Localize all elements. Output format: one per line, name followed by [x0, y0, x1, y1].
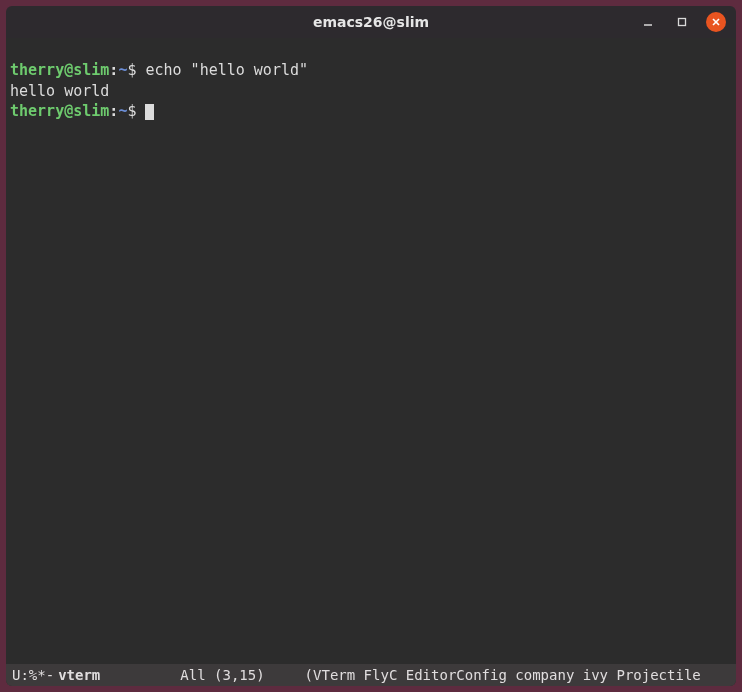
prompt-user-host: therry@slim: [10, 102, 109, 120]
prompt-user-host: therry@slim: [10, 61, 109, 79]
prompt-line-1: therry@slim:~$ echo "hello world": [10, 61, 308, 79]
prompt-symbol: $: [127, 102, 136, 120]
modeline-modes: (VTerm FlyC EditorConfig company ivy Pro…: [305, 664, 701, 686]
close-button[interactable]: [706, 12, 726, 32]
minimize-button[interactable]: [638, 12, 658, 32]
maximize-button[interactable]: [672, 12, 692, 32]
window-title: emacs26@slim: [313, 14, 429, 30]
prompt-line-2: therry@slim:~$: [10, 102, 154, 120]
modeline-status: U:%*-: [12, 664, 54, 686]
terminal-area[interactable]: therry@slim:~$ echo "hello world" hello …: [6, 38, 736, 664]
cursor: [145, 104, 154, 120]
svg-rect-1: [679, 19, 686, 26]
command-text: echo "hello world": [145, 61, 308, 79]
output-line: hello world: [10, 82, 109, 100]
window-controls: [638, 12, 726, 32]
titlebar[interactable]: emacs26@slim: [6, 6, 736, 38]
prompt-symbol: $: [127, 61, 136, 79]
modeline-position: All (3,15): [180, 664, 264, 686]
scrollbar[interactable]: [736, 40, 741, 691]
emacs-modeline[interactable]: U:%*- vterm All (3,15) (VTerm FlyC Edito…: [6, 664, 736, 686]
modeline-buffer-name: vterm: [58, 664, 100, 686]
window-body: therry@slim:~$ echo "hello world" hello …: [6, 38, 736, 686]
